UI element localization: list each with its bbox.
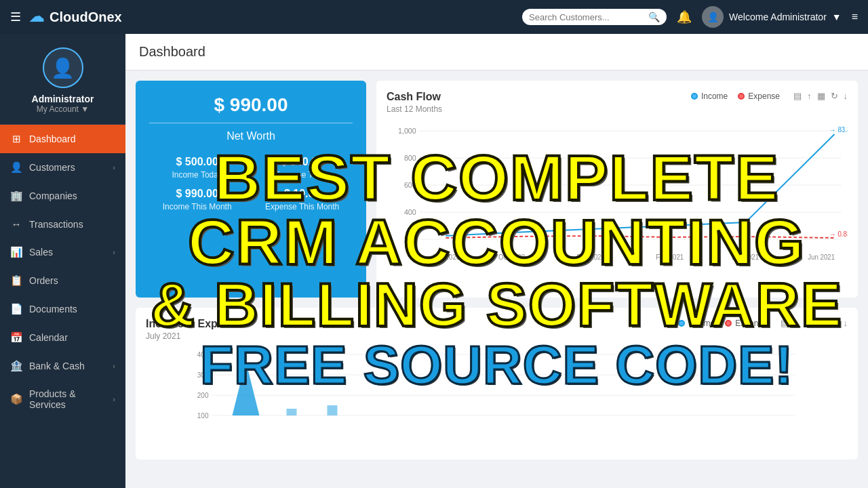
dropdown-arrow-icon: ▼ xyxy=(832,12,842,22)
sidebar-item-companies[interactable]: 🏢 Companies xyxy=(0,182,125,210)
svg-text:1,000: 1,000 xyxy=(398,127,416,135)
dashboard-top-row: $ 990.00 Net Worth $ 500.00 Income Today… xyxy=(136,81,858,298)
svg-text:Apr 2021: Apr 2021 xyxy=(732,253,759,261)
download-icon[interactable]: ↓ xyxy=(844,318,848,328)
svg-text:0.83: 0.83 xyxy=(837,230,848,238)
svg-text:→: → xyxy=(829,230,836,238)
cashflow-legend-icons: Income Expense ▤ ↑ ▦ xyxy=(691,91,848,101)
chart-action-icons: ▤ ↑ ▦ ↻ ↓ xyxy=(793,91,848,101)
dropdown-arrow-icon: ▼ xyxy=(81,104,89,114)
expense-dot xyxy=(738,93,745,100)
table-icon[interactable]: ▤ xyxy=(793,91,802,101)
search-input[interactable] xyxy=(529,12,644,22)
ie-title-group: Income & Expense July 2021 xyxy=(146,318,242,341)
refresh-icon[interactable]: ↻ xyxy=(831,91,838,101)
bank-icon: 🏦 xyxy=(10,360,22,372)
download-icon[interactable]: ↓ xyxy=(844,91,848,101)
welcome-text: Welcome Administrator xyxy=(729,12,827,22)
sidebar-item-label: Orders xyxy=(29,275,115,286)
page-title: Dashboard xyxy=(125,34,868,70)
bar-chart-icon[interactable]: ▦ xyxy=(817,91,825,101)
documents-icon: 📄 xyxy=(10,303,22,315)
sidebar-item-label: Sales xyxy=(29,247,106,258)
cashflow-subtitle: Last 12 Months xyxy=(387,104,442,114)
sidebar-nav: ⊞ Dashboard 👤 Customers › 🏢 Companies ↔ … xyxy=(0,125,125,488)
content-body: $ 990.00 Net Worth $ 500.00 Income Today… xyxy=(125,70,868,470)
legend-expense: Expense xyxy=(738,92,780,101)
expense-dot xyxy=(725,320,732,327)
menu-lines-icon[interactable]: ≡ xyxy=(852,11,858,23)
income-expense-card: Income & Expense July 2021 Income Expens… xyxy=(136,308,858,460)
search-icon: 🔍 xyxy=(648,12,660,22)
navbar: ☰ ☁ CloudOnex 🔍 🔔 👤 Welcome Administrato… xyxy=(0,0,868,34)
networth-amount: $ 990.00 xyxy=(149,94,353,116)
svg-marker-28 xyxy=(233,361,260,415)
expense-today-stat: $ 340.00 Expense Today xyxy=(275,156,330,180)
table-icon[interactable]: ▤ xyxy=(781,318,789,328)
ie-legend-expense: Expense xyxy=(725,319,767,328)
svg-text:200: 200 xyxy=(197,392,209,399)
chevron-right-icon: › xyxy=(113,362,115,370)
sidebar-profile: 👤 Administrator My Account ▼ xyxy=(0,34,125,125)
navbar-right: 🔍 🔔 👤 Welcome Administrator ▼ ≡ xyxy=(522,6,858,28)
refresh-icon[interactable]: ↻ xyxy=(831,318,838,328)
my-account-link[interactable]: My Account ▼ xyxy=(37,104,89,114)
navbar-left: ☰ ☁ CloudOnex xyxy=(10,8,122,26)
sidebar-item-label: Calendar xyxy=(29,332,115,343)
sidebar: 👤 Administrator My Account ▼ ⊞ Dashboard… xyxy=(0,34,125,488)
grid-icon[interactable]: ⊞ xyxy=(818,318,825,328)
sidebar-item-label: Companies xyxy=(29,190,115,201)
sidebar-item-transactions[interactable]: ↔ Transactions xyxy=(0,210,125,238)
income-month-label: Income This Month xyxy=(163,202,232,211)
sidebar-item-label: Transactions xyxy=(29,219,115,230)
user-info[interactable]: 👤 Welcome Administrator ▼ xyxy=(702,6,842,28)
bar-chart-icon[interactable]: ▦ xyxy=(804,318,812,328)
ie-chart-action-icons: ▤ ↑ ▦ ⊞ ↻ ↓ xyxy=(781,318,848,328)
svg-text:200: 200 xyxy=(404,235,416,243)
sidebar-item-calendar[interactable]: 📅 Calendar xyxy=(0,323,125,352)
income-today-stat: $ 500.00 Income Today xyxy=(172,156,222,180)
cloud-icon: ☁ xyxy=(29,8,44,26)
expense-month-label: Expense This Month xyxy=(265,202,339,211)
dashboard-icon: ⊞ xyxy=(10,133,22,145)
main-layout: 👤 Administrator My Account ▼ ⊞ Dashboard… xyxy=(0,34,868,488)
svg-text:Dec 2020: Dec 2020 xyxy=(576,253,605,261)
bell-icon[interactable]: 🔔 xyxy=(677,9,692,24)
svg-text:100: 100 xyxy=(197,412,209,420)
chevron-right-icon: › xyxy=(113,248,115,256)
sidebar-item-orders[interactable]: 📋 Orders xyxy=(0,266,125,295)
expense-today-label: Expense Today xyxy=(275,170,330,180)
income-dot xyxy=(678,320,685,327)
avatar: 👤 xyxy=(43,47,83,88)
networth-stats-month: $ 990.00 Income This Month $ 10.00 Expen… xyxy=(149,188,353,211)
legend-income: Income xyxy=(691,92,728,101)
svg-text:83.33: 83.33 xyxy=(837,126,848,134)
sidebar-item-bank-cash[interactable]: 🏦 Bank & Cash › xyxy=(0,352,125,380)
sidebar-item-products-services[interactable]: 📦 Products & Services › xyxy=(0,380,125,418)
logo: ☁ CloudOnex xyxy=(29,8,122,26)
svg-text:800: 800 xyxy=(404,154,416,162)
ie-bar-chart: 400 300 200 100 xyxy=(146,348,848,449)
export-icon[interactable]: ↑ xyxy=(794,318,799,328)
sidebar-item-customers[interactable]: 👤 Customers › xyxy=(0,153,125,182)
cashflow-title: Cash Flow xyxy=(387,91,442,103)
income-month-value: $ 990.00 xyxy=(163,188,232,200)
svg-text:400: 400 xyxy=(197,351,209,359)
hamburger-icon[interactable]: ☰ xyxy=(10,9,21,24)
sidebar-item-label: Bank & Cash xyxy=(29,361,106,371)
sidebar-item-dashboard[interactable]: ⊞ Dashboard xyxy=(0,125,125,153)
chevron-right-icon: › xyxy=(113,395,115,403)
calendar-icon: 📅 xyxy=(10,331,22,344)
expense-today-value: $ 340.00 xyxy=(275,156,330,168)
income-today-label: Income Today xyxy=(172,170,222,180)
cashflow-card: Cash Flow Last 12 Months Income xyxy=(376,81,858,298)
expense-month-stat: $ 10.00 Expense This Month xyxy=(265,188,339,211)
sidebar-item-documents[interactable]: 📄 Documents xyxy=(0,295,125,323)
content-area: Dashboard $ 990.00 Net Worth $ 500.00 In… xyxy=(125,34,868,488)
income-today-value: $ 500.00 xyxy=(172,156,222,168)
export-icon[interactable]: ↑ xyxy=(807,91,812,101)
search-box[interactable]: 🔍 xyxy=(522,9,667,25)
svg-rect-29 xyxy=(287,409,297,415)
sidebar-item-sales[interactable]: 📊 Sales › xyxy=(0,238,125,266)
orders-icon: 📋 xyxy=(10,274,22,287)
